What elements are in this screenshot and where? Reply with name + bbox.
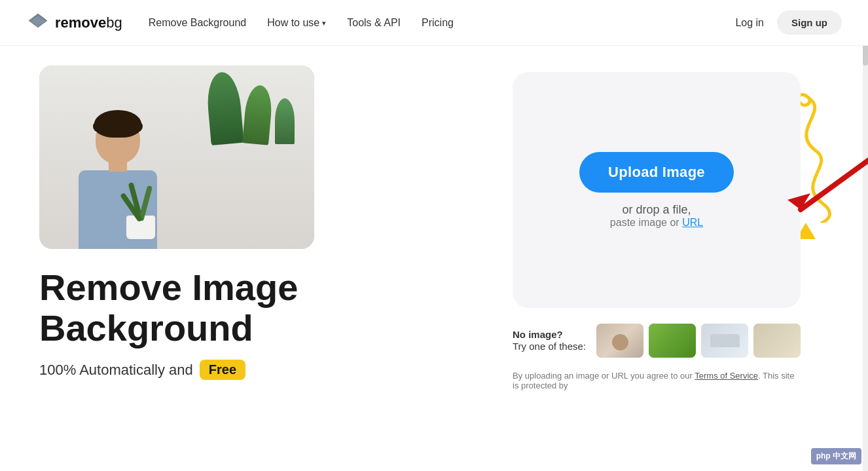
logo[interactable]: removebg — [26, 11, 122, 35]
left-side: Remove Image Background 100% Automatical… — [39, 66, 445, 380]
logo-icon — [26, 11, 50, 35]
drop-sub: paste image or URL — [610, 217, 703, 229]
nav-tools-api[interactable]: Tools & API — [347, 17, 401, 29]
sample-image-2[interactable] — [649, 324, 696, 358]
php-badge: php 中文网 — [811, 448, 861, 464]
drop-text: or drop a file, — [610, 203, 703, 217]
signup-button[interactable]: Sign up — [777, 10, 842, 35]
chevron-down-icon: ▾ — [322, 19, 326, 28]
hero-image — [39, 66, 314, 249]
sample-row: No image? Try one of these: — [513, 324, 801, 358]
logo-text: removebg — [55, 14, 122, 31]
login-button[interactable]: Log in — [735, 17, 764, 29]
nav-links: Remove Background How to use ▾ Tools & A… — [149, 17, 736, 29]
sample-image-3[interactable] — [701, 324, 748, 358]
upload-card: Upload Image or drop a file, paste image… — [513, 72, 801, 308]
nav-right: Log in Sign up — [735, 10, 842, 35]
upload-image-button[interactable]: Upload Image — [579, 152, 734, 193]
svg-marker-1 — [30, 16, 45, 26]
tos-area: By uploading an image or URL you agree t… — [513, 371, 801, 390]
nav-pricing[interactable]: Pricing — [422, 17, 454, 29]
free-badge: Free — [200, 360, 245, 380]
url-link[interactable]: URL — [682, 217, 703, 228]
sample-image-4[interactable] — [753, 324, 801, 358]
no-image-label: No image? Try one of these: — [513, 329, 588, 352]
scrollbar[interactable] — [863, 0, 868, 471]
arrow-decoration — [748, 151, 868, 229]
sample-image-1[interactable] — [596, 324, 643, 358]
hero-headline: Remove Image Background — [39, 267, 445, 348]
svg-line-3 — [801, 157, 868, 210]
nav-how-to-use[interactable]: How to use ▾ — [267, 17, 326, 29]
sample-images — [596, 324, 801, 358]
nav-remove-background[interactable]: Remove Background — [149, 17, 246, 29]
right-side: Upload Image or drop a file, paste image… — [484, 66, 829, 390]
navbar: removebg Remove Background How to use ▾ … — [0, 0, 868, 46]
tos-text: By uploading an image or URL you agree t… — [513, 371, 801, 390]
drop-text-area: or drop a file, paste image or URL — [610, 203, 703, 229]
main-content: Remove Image Background 100% Automatical… — [0, 46, 868, 417]
tos-link[interactable]: Terms of Service — [695, 371, 758, 381]
hero-subtext: 100% Automatically and Free — [39, 360, 445, 380]
